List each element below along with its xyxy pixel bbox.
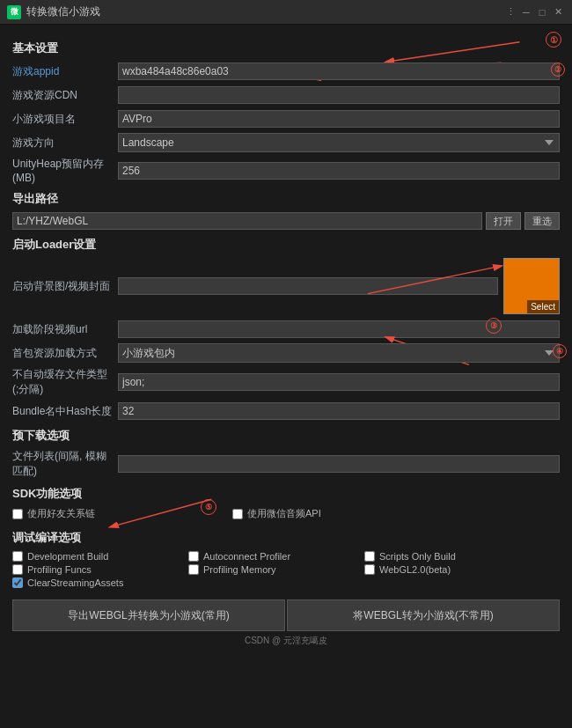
webgl2-beta-checkbox[interactable] [364, 564, 375, 575]
first-package-select[interactable]: 小游戏包内 CDN [118, 343, 560, 363]
clear-streaming-assets-item[interactable]: ClearStreamingAssets [12, 577, 188, 588]
autoconnect-profiler-label: Autoconnect Profiler [203, 551, 290, 562]
image-preview-container: Select ③ [503, 258, 560, 314]
webgl2-beta-item[interactable]: WebGL2.0(beta) [364, 564, 540, 575]
unity-heap-input[interactable] [118, 162, 560, 180]
bg-video-row: 启动背景图/视频封面 Select ③ [12, 258, 560, 314]
export-path-row: 打开 重选 [12, 212, 560, 230]
first-package-row: 首包资源加载方式 小游戏包内 CDN ④ [12, 343, 560, 363]
bundle-hash-row: Bundle名中Hash长度 [12, 401, 560, 421]
maximize-btn[interactable]: □ [535, 5, 549, 19]
webgl2-beta-label: WebGL2.0(beta) [379, 564, 451, 575]
sdk-options-row: 使用好友关系链 使用微信音频API [12, 507, 560, 523]
section-export: 导出路径 [12, 191, 560, 207]
title-bar-left: 微 转换微信小游戏 [7, 4, 100, 19]
profiling-memory-label: Profiling Memory [203, 564, 276, 575]
file-list-label: 文件列表(间隔, 模糊匹配) [12, 449, 118, 479]
main-content: ① 基本设置 游戏appid ② 游戏资源CDN 小游戏项目名 游戏方向 Por… [0, 25, 572, 658]
orientation-row: 游戏方向 Portrait Landscape [12, 133, 560, 152]
reset-btn[interactable]: 重选 [524, 212, 560, 230]
dev-build-label: Development Build [27, 551, 108, 562]
orientation-select[interactable]: Portrait Landscape [118, 133, 560, 152]
project-name-label: 小游戏项目名 [12, 112, 118, 127]
bundle-hash-label: Bundle名中Hash长度 [12, 404, 118, 419]
clear-streaming-assets-checkbox[interactable] [12, 577, 23, 588]
watermark: CSDN @ 元淫充噶皮 [12, 631, 560, 649]
profiling-funcs-label: Profiling Funcs [27, 564, 92, 575]
clear-streaming-assets-label: ClearStreamingAssets [27, 577, 123, 588]
bottom-buttons: 导出WEBGL并转换为小游戏(常用) 将WEBGL转为小游戏(不常用) [12, 599, 560, 631]
unity-heap-row: UnityHeap预留内存(MB) [12, 157, 560, 184]
scripts-only-build-item[interactable]: Scripts Only Build [364, 551, 540, 562]
convert-btn[interactable]: 将WEBGL转为小游戏(不常用) [287, 599, 560, 631]
bundle-hash-input[interactable] [118, 402, 560, 420]
sdk-wechat-audio-checkbox[interactable] [232, 509, 243, 519]
bg-video-label: 启动背景图/视频封面 [12, 279, 118, 294]
cdn-row: 游戏资源CDN [12, 85, 560, 105]
section-debug: 调试编译选项 [12, 530, 560, 546]
profiling-funcs-item[interactable]: Profiling Funcs [12, 564, 188, 575]
sdk-friend-relation-checkbox[interactable] [12, 509, 23, 519]
first-package-label: 首包资源加载方式 [12, 346, 118, 361]
project-name-row: 小游戏项目名 [12, 109, 560, 129]
profiling-funcs-checkbox[interactable] [12, 564, 23, 575]
window-controls: ⋮ ─ □ ✕ [503, 5, 565, 19]
close-btn[interactable]: ✕ [551, 5, 565, 19]
autoconnect-profiler-item[interactable]: Autoconnect Profiler [188, 551, 364, 562]
minimize-btn[interactable]: ─ [519, 5, 533, 19]
project-name-input[interactable] [118, 110, 560, 128]
appid-label: 游戏appid [12, 64, 118, 79]
dev-build-checkbox[interactable] [12, 551, 23, 562]
section-download: 预下载选项 [12, 428, 560, 444]
unity-heap-label: UnityHeap预留内存(MB) [12, 157, 118, 184]
open-btn[interactable]: 打开 [486, 212, 521, 230]
video-url-input[interactable] [118, 320, 560, 338]
profiling-memory-checkbox[interactable] [188, 564, 199, 575]
image-preview[interactable]: Select [503, 258, 560, 314]
no-auto-cache-input[interactable] [118, 373, 560, 391]
scripts-only-build-label: Scripts Only Build [379, 551, 456, 562]
file-list-row: 文件列表(间隔, 模糊匹配) [12, 449, 560, 479]
select-label: Select [527, 300, 559, 313]
video-url-row: 加载阶段视频url [12, 320, 560, 339]
section-basic: 基本设置 [12, 40, 560, 56]
orientation-label: 游戏方向 [12, 136, 118, 151]
sdk-wechat-audio[interactable]: 使用微信音频API [232, 507, 408, 520]
debug-checkboxes: Development Build Autoconnect Profiler S… [12, 551, 560, 591]
bg-video-input[interactable] [118, 277, 498, 295]
sdk-friend-relation[interactable]: 使用好友关系链 [12, 507, 188, 520]
profiling-memory-item[interactable]: Profiling Memory [188, 564, 364, 575]
window-title: 转换微信小游戏 [26, 4, 100, 19]
file-list-input[interactable] [118, 455, 560, 473]
app-icon: 微 [7, 5, 21, 19]
section-loader: 启动Loader设置 [12, 237, 560, 253]
title-bar: 微 转换微信小游戏 ⋮ ─ □ ✕ [0, 0, 572, 25]
dev-build-item[interactable]: Development Build [12, 551, 188, 562]
menu-dots-btn[interactable]: ⋮ [503, 5, 517, 19]
cdn-input[interactable] [118, 86, 560, 104]
scripts-only-build-checkbox[interactable] [364, 551, 375, 562]
autoconnect-profiler-checkbox[interactable] [188, 551, 199, 562]
export-path-input[interactable] [12, 212, 482, 230]
export-btn[interactable]: 导出WEBGL并转换为小游戏(常用) [12, 599, 285, 631]
sdk-wechat-audio-label: 使用微信音频API [247, 507, 321, 520]
no-auto-cache-row: 不自动缓存文件类型(;分隔) [12, 367, 560, 397]
cdn-label: 游戏资源CDN [12, 88, 118, 103]
appid-row: 游戏appid ② [12, 62, 560, 81]
sdk-friend-relation-label: 使用好友关系链 [27, 507, 95, 520]
appid-input[interactable] [118, 63, 560, 80]
video-url-label: 加载阶段视频url [12, 322, 118, 337]
section-sdk: SDK功能选项 [12, 486, 560, 502]
no-auto-cache-label: 不自动缓存文件类型(;分隔) [12, 367, 118, 397]
